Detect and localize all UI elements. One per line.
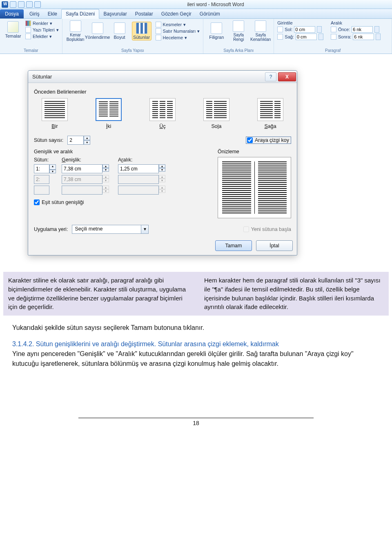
- iptal-button[interactable]: İptal: [256, 240, 293, 251]
- row1-no[interactable]: [34, 164, 49, 173]
- columns-icon: [136, 22, 147, 34]
- preset-uc[interactable]: Üç: [144, 98, 181, 129]
- row1-width[interactable]: [62, 164, 102, 173]
- tab-ekle[interactable]: Ekle: [44, 9, 61, 18]
- row3-width: [62, 186, 102, 195]
- yazi-tipleri-button[interactable]: Yazı Tipleri ▾: [25, 27, 59, 33]
- head-genislik: Genişlik:: [62, 157, 115, 163]
- space-before-icon: [331, 27, 336, 32]
- spinner[interactable]: [374, 26, 379, 33]
- heceleme-button[interactable]: Heceleme ▾: [156, 35, 200, 40]
- tab-giris[interactable]: Giriş: [25, 9, 44, 18]
- dialog-title-bar[interactable]: Sütunlar ? X: [28, 71, 297, 83]
- tab-basvurular[interactable]: Başvurular: [99, 9, 131, 18]
- efektler-button[interactable]: Efektler ▾: [25, 34, 59, 39]
- onizleme-label: Önizleme: [218, 149, 291, 155]
- satir-numaralari-button[interactable]: Satır Numaraları ▾: [156, 28, 200, 34]
- example-right-column: Hem karakter hem de paragraf stili olara…: [204, 276, 384, 311]
- body-p2: Yine aynı pencereden "Genişlik" ve "Aral…: [12, 349, 380, 369]
- uygulama-yeri-label: Uygulama yeri:: [34, 226, 68, 232]
- window-title-bar: ileri word - Microsoft Word: [0, 0, 392, 9]
- kenar-bosluklari-button[interactable]: Kenar Boşlukları: [66, 20, 85, 42]
- window-title: ileri word - Microsoft Word: [41, 2, 390, 7]
- renkler-button[interactable]: Renkler ▾: [25, 20, 59, 26]
- tab-postalar[interactable]: Postalar: [131, 9, 157, 18]
- effects-icon: [25, 34, 31, 39]
- dialog-help-button[interactable]: ?: [265, 72, 276, 81]
- row1-spacing[interactable]: [118, 164, 159, 173]
- file-tab[interactable]: Dosya: [0, 9, 24, 18]
- sonra-input[interactable]: [353, 34, 374, 40]
- preset-iki[interactable]: İki: [90, 98, 127, 129]
- qat-undo-icon[interactable]: [18, 1, 24, 8]
- example-left-column: Karakter stiline ek olarak satır aralığı…: [8, 276, 188, 311]
- tamam-button[interactable]: Tamam: [215, 240, 252, 251]
- group-label-arka-plan: Sayfa Arka Planı: [203, 48, 274, 53]
- tab-sayfa-duzeni[interactable]: Sayfa Düzeni: [61, 9, 99, 19]
- ribbon-group-sayfa-yapisi: Kenar Boşlukları Yönlendirme Boyut Sütun…: [62, 19, 204, 54]
- ribbon-group-temalar: Temalar Renkler ▾ Yazı Tipleri ▾ Efektle…: [0, 19, 62, 54]
- qat-customize-icon[interactable]: [34, 1, 41, 8]
- sag-input[interactable]: [296, 34, 317, 40]
- ribbon-tabs: Dosya Giriş Ekle Sayfa Düzeni Başvurular…: [0, 9, 392, 19]
- row2-no: [34, 175, 49, 184]
- tab-gorunum[interactable]: Görünüm: [196, 9, 224, 18]
- page-color-icon: [233, 20, 244, 32]
- spinner[interactable]: [317, 26, 322, 33]
- group-label-temalar: Temalar: [0, 48, 62, 53]
- page-number: 18: [78, 418, 314, 426]
- yonlendirme-button[interactable]: Yönlendirme: [88, 22, 107, 40]
- body-heading: 3.1.4.2. Sütun genişliklerini ve aralığı…: [12, 339, 380, 349]
- aralik-label: Aralık: [331, 20, 381, 25]
- presets-row: Bir İki Üç Sola Sağa: [34, 98, 291, 133]
- araya-cizgi-checkbox[interactable]: Araya çizgi koy: [246, 137, 291, 144]
- once-input[interactable]: [352, 26, 373, 33]
- themes-icon: [7, 21, 19, 33]
- row3-no: [34, 186, 49, 195]
- uygulama-yeri-dropdown[interactable]: Seçili metne ▼: [72, 225, 149, 234]
- preset-sola[interactable]: Sola: [198, 98, 235, 129]
- watermark-icon: [211, 22, 222, 34]
- group-label-sayfa-yapisi: Sayfa Yapısı: [62, 48, 203, 53]
- filigran-button[interactable]: Filigran: [207, 22, 226, 40]
- qat-save-icon[interactable]: [10, 1, 16, 8]
- temalar-button[interactable]: Temalar: [3, 21, 23, 38]
- sutun-sayisi-input[interactable]: [67, 136, 84, 145]
- tab-gozden-gecir[interactable]: Gözden Geçir: [157, 9, 196, 18]
- boyut-button[interactable]: Boyut: [110, 22, 129, 40]
- sol-input[interactable]: [294, 26, 315, 33]
- sutun-sayisi-spin[interactable]: ▲▼: [67, 136, 90, 145]
- document-body: Yukarıdaki şekilde sütun sayısı seçilere…: [0, 316, 392, 369]
- body-p1: Yukarıdaki şekilde sütun sayısı seçilere…: [12, 323, 380, 333]
- row3-spacing: [118, 186, 159, 195]
- word-app-icon: [2, 1, 8, 8]
- preset-saga[interactable]: Sağa: [252, 98, 289, 129]
- sayfa-kenarliklari-button[interactable]: Sayfa Kenarlıkları: [251, 20, 270, 42]
- example-columns-text: Karakter stiline ek olarak satır aralığı…: [3, 272, 389, 316]
- esit-sutun-checkbox[interactable]: Eşit sütun genişliği: [34, 199, 205, 205]
- chevron-down-icon: ▾: [197, 29, 200, 34]
- genislik-aralik-label: Genişlik ve aralık: [34, 149, 205, 155]
- qat-redo-icon[interactable]: [26, 1, 33, 8]
- quick-access-toolbar: [10, 1, 41, 8]
- sutunlar-button[interactable]: Sütunlar: [132, 22, 151, 40]
- row2-spacing: [118, 175, 159, 184]
- margins-icon: [70, 20, 81, 32]
- head-sutun: Sütun:: [34, 157, 58, 163]
- ribbon: Temalar Renkler ▾ Yazı Tipleri ▾ Efektle…: [0, 19, 392, 54]
- sayfa-rengi-button[interactable]: Sayfa Rengi: [229, 20, 248, 42]
- preset-bir[interactable]: Bir: [36, 98, 73, 129]
- kesmeler-button[interactable]: Kesmeler ▾: [156, 22, 200, 27]
- spin-down-icon[interactable]: ▼: [84, 140, 90, 145]
- yeni-sutuna-basla-checkbox: Yeni sütuna başla: [243, 226, 291, 232]
- row2-width: [62, 175, 102, 184]
- chevron-down-icon: ▾: [183, 22, 186, 27]
- indent-right-icon: [277, 34, 283, 40]
- sutun-sayisi-label: Sütun sayısı:: [34, 137, 63, 143]
- chevron-down-icon[interactable]: ▼: [141, 225, 149, 234]
- ribbon-group-paragraf: Girintile Sol: Sağ: Aralık Önce: Sonra: …: [274, 19, 392, 54]
- spinner[interactable]: [318, 34, 323, 40]
- spinner[interactable]: [376, 34, 381, 40]
- spin-up-icon[interactable]: ▲: [84, 136, 90, 140]
- dialog-close-button[interactable]: X: [278, 72, 296, 81]
